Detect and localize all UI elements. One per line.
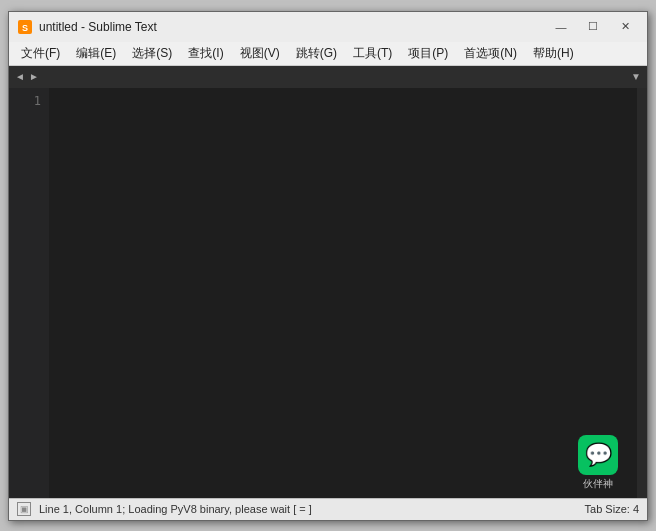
tab-dropdown-button[interactable]: ▼ [629,70,643,84]
menu-bar: 文件(F) 编辑(E) 选择(S) 查找(I) 视图(V) 跳转(G) 工具(T… [9,42,647,66]
menu-edit[interactable]: 编辑(E) [68,43,124,64]
watermark-label: 伙伴神 [583,477,613,491]
close-button[interactable]: ✕ [611,17,639,37]
watermark-icon: 💬 [585,442,612,468]
maximize-button[interactable]: ☐ [579,17,607,37]
title-bar: S untitled - Sublime Text — ☐ ✕ [9,12,647,42]
main-window: S untitled - Sublime Text — ☐ ✕ 文件(F) 编辑… [8,11,648,521]
menu-goto[interactable]: 跳转(G) [288,43,345,64]
menu-tools[interactable]: 工具(T) [345,43,400,64]
menu-help[interactable]: 帮助(H) [525,43,582,64]
status-left: ▣ Line 1, Column 1; Loading PyV8 binary,… [17,502,585,516]
menu-find[interactable]: 查找(I) [180,43,231,64]
window-controls: — ☐ ✕ [547,17,639,37]
code-editor[interactable] [49,88,637,498]
menu-select[interactable]: 选择(S) [124,43,180,64]
tab-next-button[interactable]: ► [27,70,41,84]
tab-bar: ◄ ► ▼ [9,66,647,88]
line-number-1: 1 [34,92,41,110]
window-title: untitled - Sublime Text [39,20,547,34]
menu-preferences[interactable]: 首选项(N) [456,43,525,64]
editor-area: 1 [9,88,647,498]
app-icon: S [17,19,33,35]
scrollbar-vertical[interactable] [637,88,647,498]
status-tab-size[interactable]: Tab Size: 4 [585,503,639,515]
svg-text:S: S [22,23,28,33]
tab-prev-button[interactable]: ◄ [13,70,27,84]
status-position-text: Line 1, Column 1; Loading PyV8 binary, p… [39,503,312,515]
status-bar: ▣ Line 1, Column 1; Loading PyV8 binary,… [9,498,647,520]
line-gutter: 1 [9,88,49,498]
menu-file[interactable]: 文件(F) [13,43,68,64]
menu-view[interactable]: 视图(V) [232,43,288,64]
menu-project[interactable]: 项目(P) [400,43,456,64]
minimize-button[interactable]: — [547,17,575,37]
watermark-badge: 💬 [578,435,618,475]
status-icon: ▣ [17,502,31,516]
watermark: 💬 伙伴神 [578,435,618,491]
